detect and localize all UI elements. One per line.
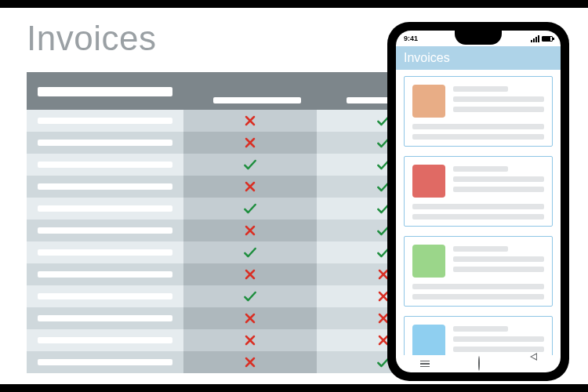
phone-notch — [455, 31, 502, 45]
invoice-card[interactable] — [404, 236, 553, 307]
nav-home-icon[interactable] — [478, 357, 480, 371]
row-label-stub — [38, 293, 172, 299]
letterbox-top — [0, 0, 588, 8]
text-stub — [453, 166, 508, 172]
text-stub — [453, 246, 508, 252]
cross-icon — [242, 332, 258, 348]
status-cell — [183, 132, 317, 154]
row-label-cell — [27, 241, 183, 263]
app-header: Invoices — [396, 46, 561, 70]
status-cell — [183, 176, 317, 198]
phone-screen: 9:41 Invoices — [396, 31, 561, 372]
row-label-cell — [27, 329, 183, 351]
status-cell — [183, 241, 317, 263]
row-label-stub — [38, 118, 172, 124]
app-body — [396, 70, 561, 355]
card-lines — [412, 204, 544, 220]
text-stub — [453, 326, 508, 332]
status-time: 9:41 — [404, 34, 418, 42]
card-lines — [453, 85, 544, 118]
check-icon — [242, 289, 258, 304]
android-nav-bar — [396, 355, 561, 372]
text-stub — [412, 204, 544, 209]
row-label-stub — [38, 249, 172, 256]
text-stub — [412, 214, 544, 220]
text-stub — [453, 187, 544, 192]
status-cell — [183, 220, 317, 241]
card-thumbnail — [412, 85, 445, 118]
card-lines — [453, 325, 544, 355]
status-cell — [183, 307, 317, 329]
card-thumbnail — [412, 165, 445, 198]
row-label-cell — [27, 110, 183, 132]
row-label-stub — [38, 140, 172, 146]
text-stub — [453, 96, 544, 102]
status-cell — [183, 198, 317, 220]
card-thumbnail — [412, 245, 445, 278]
nav-back-icon[interactable] — [529, 357, 536, 371]
status-cell — [183, 285, 317, 307]
text-stub — [453, 336, 544, 342]
header-stub — [213, 97, 301, 103]
row-label-cell — [27, 307, 183, 329]
row-label-stub — [38, 205, 172, 212]
table-header-col-0 — [27, 72, 183, 110]
card-thumbnail — [412, 325, 445, 355]
status-cell — [183, 110, 317, 132]
row-label-stub — [38, 359, 172, 365]
text-stub — [453, 176, 544, 182]
table-header-col-1 — [183, 72, 317, 110]
row-label-stub — [38, 337, 172, 343]
cross-icon — [242, 267, 258, 282]
check-icon — [242, 157, 258, 172]
status-cell — [183, 263, 317, 285]
row-label-cell — [27, 154, 183, 176]
status-cell — [183, 329, 317, 351]
cross-icon — [242, 223, 258, 238]
invoice-card[interactable] — [404, 316, 553, 355]
status-icons — [531, 35, 553, 42]
row-label-cell — [27, 285, 183, 307]
row-label-stub — [38, 162, 172, 168]
row-label-stub — [38, 183, 172, 190]
header-stub — [38, 87, 172, 96]
invoice-card[interactable] — [404, 156, 553, 227]
text-stub — [453, 86, 508, 92]
text-stub — [453, 267, 544, 272]
nav-recents-icon[interactable] — [420, 361, 430, 368]
status-cell — [183, 351, 317, 373]
card-lines — [412, 284, 544, 299]
row-label-cell — [27, 198, 183, 220]
card-lines — [453, 245, 544, 278]
app-title: Invoices — [404, 51, 450, 65]
row-label-cell — [27, 176, 183, 198]
phone-mockup: 9:41 Invoices — [387, 22, 569, 381]
text-stub — [412, 124, 544, 129]
check-icon — [242, 245, 258, 260]
card-lines — [412, 124, 544, 140]
row-label-cell — [27, 263, 183, 285]
row-label-stub — [38, 315, 172, 321]
row-label-cell — [27, 220, 183, 241]
row-label-stub — [38, 227, 172, 234]
cross-icon — [242, 135, 258, 151]
invoice-card[interactable] — [404, 76, 553, 147]
row-label-cell — [27, 351, 183, 373]
text-stub — [453, 256, 544, 262]
page-title: Invoices — [27, 19, 156, 58]
text-stub — [412, 294, 544, 299]
battery-icon — [542, 36, 553, 42]
row-label-cell — [27, 132, 183, 154]
cross-icon — [242, 354, 258, 370]
row-label-stub — [38, 271, 172, 278]
text-stub — [453, 347, 544, 352]
card-lines — [453, 165, 544, 198]
check-icon — [242, 201, 258, 216]
cross-icon — [242, 310, 258, 326]
signal-icon — [531, 35, 539, 42]
text-stub — [412, 134, 544, 140]
cross-icon — [242, 179, 258, 194]
status-cell — [183, 154, 317, 176]
text-stub — [412, 284, 544, 289]
letterbox-bottom — [0, 384, 588, 392]
